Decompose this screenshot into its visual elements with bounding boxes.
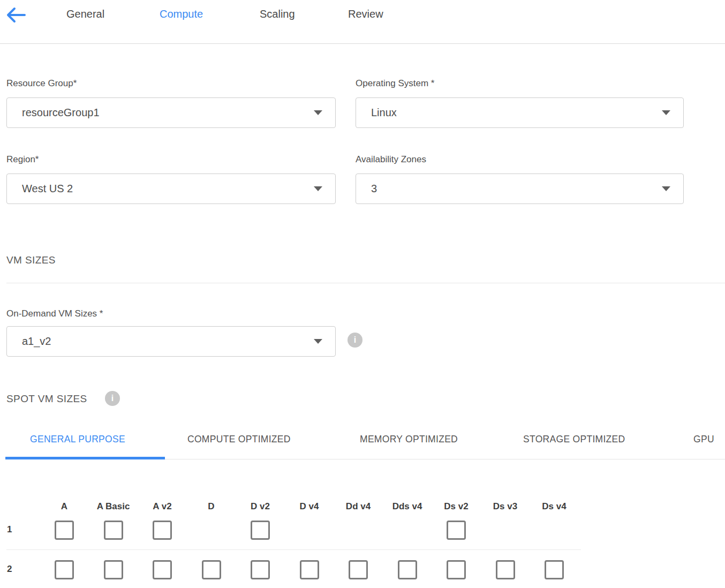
column-header-d: D bbox=[208, 501, 214, 512]
vm-size-checkbox[interactable] bbox=[104, 560, 123, 579]
column-header-d-v4: D v4 bbox=[300, 501, 319, 512]
operating-system-select[interactable]: Linux bbox=[356, 97, 684, 128]
nav-tab-general[interactable]: General bbox=[66, 8, 104, 20]
select-value: resourceGroup1 bbox=[22, 107, 100, 119]
availability-zones-select[interactable]: 3 bbox=[356, 174, 684, 204]
top-nav: GeneralComputeScalingReview bbox=[0, 0, 725, 44]
chevron-down-icon bbox=[662, 186, 670, 191]
chevron-down-icon bbox=[314, 186, 322, 191]
select-value: 3 bbox=[371, 183, 377, 195]
spot-vm-sizes-section-title: SPOT VM SIZES bbox=[6, 393, 87, 405]
section-divider bbox=[6, 283, 725, 283]
vm-size-checkbox[interactable] bbox=[153, 521, 172, 540]
select-value: West US 2 bbox=[22, 183, 73, 195]
tab-storage-optimized[interactable]: STORAGE OPTIMIZED bbox=[523, 434, 625, 445]
chevron-down-icon bbox=[314, 110, 322, 115]
vm-sizes-section-title: VM SIZES bbox=[6, 254, 56, 266]
resource-group-field: Resource Group*resourceGroup1 bbox=[6, 78, 336, 128]
arrow-left-icon bbox=[5, 17, 27, 26]
vm-size-checkbox[interactable] bbox=[398, 560, 417, 579]
tab-memory-optimized[interactable]: MEMORY OPTIMIZED bbox=[360, 434, 458, 445]
column-header-ds-v4: Ds v4 bbox=[542, 501, 566, 512]
row-label: 1 bbox=[7, 524, 12, 535]
vm-size-checkbox[interactable] bbox=[300, 560, 319, 579]
region-select[interactable]: West US 2 bbox=[6, 174, 336, 204]
tab-compute-optimized[interactable]: COMPUTE OPTIMIZED bbox=[187, 434, 291, 445]
select-value: Linux bbox=[371, 107, 397, 119]
nav-tab-review[interactable]: Review bbox=[348, 8, 383, 20]
vm-size-checkbox[interactable] bbox=[447, 560, 466, 579]
nav-tab-compute[interactable]: Compute bbox=[160, 8, 203, 20]
field-label: Region* bbox=[6, 154, 336, 165]
info-icon[interactable]: i bbox=[105, 391, 120, 406]
on-demand-vm-sizes-field: On-Demand VM Sizes * a1_v2 bbox=[6, 308, 336, 357]
column-header-a-basic: A Basic bbox=[97, 501, 130, 512]
column-header-dd-v4: Dd v4 bbox=[346, 501, 371, 512]
vm-size-checkbox[interactable] bbox=[55, 560, 74, 579]
vm-size-checkbox[interactable] bbox=[153, 560, 172, 579]
vm-size-checkbox[interactable] bbox=[55, 521, 74, 540]
vm-size-checkbox[interactable] bbox=[545, 560, 564, 579]
operating-system-field: Operating System *Linux bbox=[356, 78, 684, 128]
on-demand-vm-sizes-select[interactable]: a1_v2 bbox=[6, 326, 336, 357]
chevron-down-icon bbox=[662, 110, 670, 115]
nav-tab-scaling[interactable]: Scaling bbox=[260, 8, 295, 20]
active-tab-indicator bbox=[5, 457, 165, 459]
field-label: Resource Group* bbox=[6, 78, 336, 89]
region-field: Region*West US 2 bbox=[6, 154, 336, 204]
vm-size-checkbox[interactable] bbox=[251, 521, 270, 540]
field-label: Availability Zones bbox=[356, 154, 684, 165]
tab-gpu[interactable]: GPU bbox=[693, 434, 714, 445]
chevron-down-icon bbox=[314, 339, 322, 344]
row-divider bbox=[6, 549, 581, 550]
vm-size-checkbox[interactable] bbox=[104, 521, 123, 540]
select-value: a1_v2 bbox=[22, 335, 51, 348]
column-header-dds-v4: Dds v4 bbox=[392, 501, 422, 512]
vm-size-checkbox[interactable] bbox=[496, 560, 515, 579]
info-icon[interactable]: i bbox=[348, 333, 362, 348]
vm-size-checkbox[interactable] bbox=[251, 560, 270, 579]
field-label: On-Demand VM Sizes * bbox=[6, 308, 336, 319]
column-header-ds-v2: Ds v2 bbox=[444, 501, 468, 512]
availability-zones-field: Availability Zones3 bbox=[356, 154, 684, 204]
column-header-d-v2: D v2 bbox=[251, 501, 270, 512]
column-header-ds-v3: Ds v3 bbox=[493, 501, 517, 512]
back-button[interactable] bbox=[5, 6, 27, 24]
vm-size-checkbox[interactable] bbox=[349, 560, 368, 579]
vm-size-checkbox[interactable] bbox=[202, 560, 221, 579]
row-label: 2 bbox=[7, 564, 12, 575]
column-header-a-v2: A v2 bbox=[153, 501, 171, 512]
column-header-a: A bbox=[61, 501, 67, 512]
vm-size-checkbox[interactable] bbox=[447, 521, 466, 540]
tab-general-purpose[interactable]: GENERAL PURPOSE bbox=[30, 434, 125, 445]
field-label: Operating System * bbox=[356, 78, 684, 89]
resource-group-select[interactable]: resourceGroup1 bbox=[6, 97, 336, 128]
